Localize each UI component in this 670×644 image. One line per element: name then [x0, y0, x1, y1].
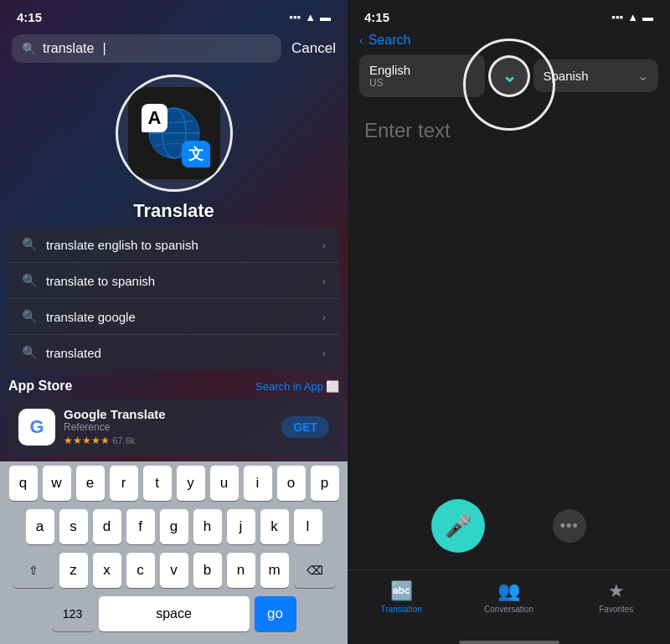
text-input-area[interactable]: Enter text: [348, 106, 670, 273]
left-status-bar: 4:15 ▪▪▪ ▲ ▬: [0, 0, 348, 29]
key-p[interactable]: p: [311, 466, 339, 501]
right-signal-icon: ▪▪▪: [611, 11, 623, 23]
app-rating-count: 67.6k: [112, 435, 135, 446]
key-s[interactable]: s: [59, 509, 88, 544]
favorites-tab-icon: ★: [608, 580, 625, 602]
external-link-icon: ⬜: [326, 380, 339, 393]
key-w[interactable]: w: [43, 466, 71, 501]
app-stars: ★★★★★ 67.6k: [64, 435, 273, 446]
app-name-label: Translate: [133, 200, 214, 222]
key-e[interactable]: e: [76, 466, 105, 501]
cursor: |: [102, 41, 106, 56]
key-m[interactable]: m: [260, 553, 289, 588]
key-z[interactable]: z: [59, 553, 88, 588]
target-language-button[interactable]: Spanish ⌄: [533, 59, 659, 92]
favorites-tab-label: Favorites: [599, 605, 633, 614]
right-status-icons: ▪▪▪ ▲ ▬: [611, 11, 653, 23]
get-button[interactable]: GET: [281, 416, 329, 438]
tab-translation[interactable]: 🔤 Translation: [348, 577, 455, 614]
keyboard: q w e r t y u i o p a s d f g h j k l ⇧ …: [0, 461, 348, 644]
key-j[interactable]: j: [227, 509, 255, 544]
right-battery-icon: ▬: [642, 11, 653, 23]
keyboard-row-3: ⇧ z x c v b n m ⌫: [0, 549, 348, 592]
key-l[interactable]: l: [294, 509, 322, 544]
key-space[interactable]: space: [99, 596, 250, 631]
signal-icon: ▪▪▪: [289, 11, 301, 23]
suggestion-search-icon-3: 🔍: [22, 345, 38, 360]
app-info: Google Translate Reference ★★★★★ 67.6k: [64, 407, 273, 446]
key-go[interactable]: go: [255, 596, 296, 631]
app-store-card[interactable]: G Google Translate Reference ★★★★★ 67.6k…: [8, 399, 339, 455]
right-panel: 4:15 ▪▪▪ ▲ ▬ ‹ Search English US ⌄ Spani…: [348, 0, 670, 644]
key-b[interactable]: b: [193, 553, 222, 588]
key-u[interactable]: u: [210, 466, 239, 501]
bubble-a-icon: A: [142, 104, 168, 132]
key-r[interactable]: r: [110, 466, 138, 501]
app-title: Google Translate: [64, 407, 273, 421]
key-a[interactable]: a: [26, 509, 54, 544]
emoji-key[interactable]: 🙂: [12, 641, 44, 644]
cancel-button[interactable]: Cancel: [281, 40, 336, 57]
tab-favorites[interactable]: ★ Favorites: [563, 577, 670, 614]
key-v[interactable]: v: [160, 553, 188, 588]
suggestion-arrow-2: ›: [322, 311, 326, 323]
keyboard-row-2: a s d f g h j k l: [0, 505, 348, 549]
search-icon: 🔍: [22, 42, 36, 55]
key-x[interactable]: x: [93, 553, 121, 588]
tab-conversation[interactable]: 👥 Conversation: [455, 577, 562, 614]
key-d[interactable]: d: [93, 509, 121, 544]
suggestion-search-icon-0: 🔍: [22, 237, 38, 252]
key-123[interactable]: 123: [52, 596, 94, 631]
suggestion-search-icon-1: 🔍: [22, 273, 38, 288]
key-c[interactable]: c: [126, 553, 155, 588]
key-f[interactable]: f: [126, 509, 155, 544]
chevron-down-icon: ⌄: [502, 65, 517, 87]
left-panel: 4:15 ▪▪▪ ▲ ▬ 🔍 translate | Cancel: [0, 0, 348, 644]
source-language-button[interactable]: English US: [359, 54, 485, 97]
keyboard-row-1: q w e r t y u i o p: [0, 461, 348, 505]
google-translate-icon: G: [18, 409, 55, 446]
search-input[interactable]: 🔍 translate |: [12, 34, 281, 63]
language-selector: English US ⌄ Spanish ⌄: [348, 54, 670, 97]
translation-tab-icon: 🔤: [390, 580, 413, 602]
translate-app-icon[interactable]: A 文: [128, 87, 220, 179]
right-wifi-icon: ▲: [627, 11, 638, 23]
left-status-icons: ▪▪▪ ▲ ▬: [289, 11, 331, 23]
back-button[interactable]: ‹ Search: [348, 29, 670, 54]
swap-language-button[interactable]: ⌄: [488, 55, 530, 97]
key-shift[interactable]: ⇧: [13, 553, 54, 588]
suggestion-item[interactable]: 🔍 translate english to spanish ›: [8, 227, 339, 263]
key-q[interactable]: q: [9, 466, 38, 501]
suggestion-item[interactable]: 🔍 translate google ›: [8, 299, 339, 335]
key-t[interactable]: t: [143, 466, 172, 501]
suggestion-item[interactable]: 🔍 translated ›: [8, 335, 339, 370]
back-label: Search: [368, 33, 411, 48]
key-h[interactable]: h: [193, 509, 222, 544]
enter-text-placeholder: Enter text: [364, 119, 451, 142]
key-i[interactable]: i: [244, 466, 272, 501]
suggestion-text-3: translated: [46, 346, 314, 360]
microphone-button[interactable]: 🎤: [431, 499, 485, 553]
battery-icon: ▬: [320, 11, 331, 23]
key-y[interactable]: y: [177, 466, 205, 501]
key-n[interactable]: n: [227, 553, 255, 588]
app-store-section: App Store Search in App ⬜ G Google Trans…: [8, 379, 339, 455]
search-in-app-button[interactable]: Search in App ⬜: [255, 380, 339, 393]
right-status-bar: 4:15 ▪▪▪ ▲ ▬: [348, 0, 670, 29]
key-k[interactable]: k: [260, 509, 289, 544]
more-options-button[interactable]: •••: [553, 509, 586, 543]
mic-area: 🎤 •••: [348, 482, 670, 569]
suggestion-text-1: translate to spanish: [46, 274, 314, 288]
back-arrow-icon: ‹: [359, 33, 363, 47]
key-g[interactable]: g: [160, 509, 188, 544]
suggestion-item[interactable]: 🔍 translate to spanish ›: [8, 263, 339, 299]
mic-icon: 🎤: [445, 513, 472, 539]
search-text: translate: [43, 41, 94, 56]
right-status-time: 4:15: [364, 10, 389, 24]
app-icon-circle-outline: A 文: [116, 75, 233, 192]
app-store-header: App Store Search in App ⬜: [8, 379, 339, 394]
key-o[interactable]: o: [277, 466, 306, 501]
left-status-time: 4:15: [17, 10, 42, 24]
suggestion-text-0: translate english to spanish: [46, 238, 314, 252]
key-delete[interactable]: ⌫: [294, 553, 336, 588]
